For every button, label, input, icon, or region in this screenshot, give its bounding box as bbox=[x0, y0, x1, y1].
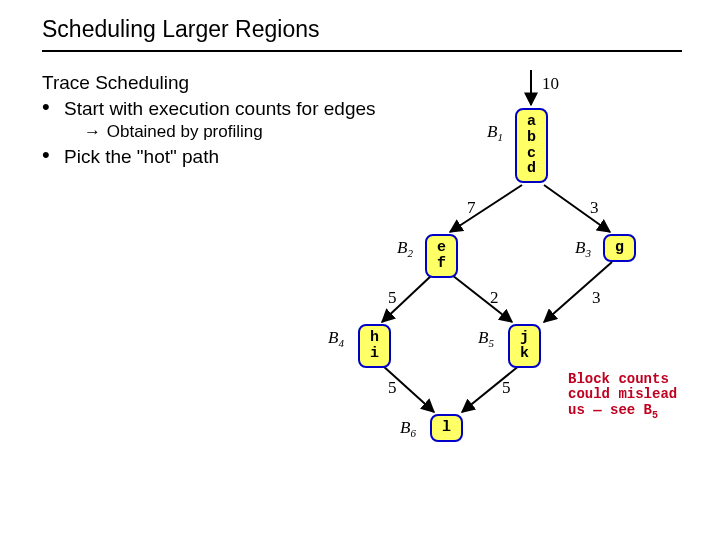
note-text: Block counts could mislead us — see B5 bbox=[568, 372, 677, 421]
node-line: j bbox=[520, 330, 529, 346]
weight-b4-b6: 5 bbox=[388, 378, 397, 398]
node-line: g bbox=[615, 240, 624, 256]
node-line: a bbox=[527, 114, 536, 130]
node-line: e bbox=[437, 240, 446, 256]
weight-b1-b2: 7 bbox=[467, 198, 476, 218]
node-line: k bbox=[520, 346, 529, 362]
node-line: i bbox=[370, 346, 379, 362]
weight-b2-b4: 5 bbox=[388, 288, 397, 308]
note-line: Block counts bbox=[568, 372, 677, 387]
block-label-b3: B3 bbox=[575, 238, 591, 259]
node-b1: a b c d bbox=[515, 108, 548, 183]
node-line: l bbox=[442, 420, 451, 436]
node-line: c bbox=[527, 146, 536, 162]
node-line: h bbox=[370, 330, 379, 346]
node-b5: j k bbox=[508, 324, 541, 368]
weight-b2-b5: 2 bbox=[490, 288, 499, 308]
node-line: f bbox=[437, 256, 446, 272]
note-line: us — see B5 bbox=[568, 403, 677, 421]
svg-line-5 bbox=[544, 262, 612, 322]
block-label-b4: B4 bbox=[328, 328, 344, 349]
svg-line-1 bbox=[450, 185, 522, 232]
node-b6: l bbox=[430, 414, 463, 442]
weight-entry: 10 bbox=[542, 74, 559, 94]
node-b2: e f bbox=[425, 234, 458, 278]
svg-line-7 bbox=[462, 365, 520, 412]
weight-b5-b6: 5 bbox=[502, 378, 511, 398]
node-line: b bbox=[527, 130, 536, 146]
block-label-b2: B2 bbox=[397, 238, 413, 259]
node-b3: g bbox=[603, 234, 636, 262]
svg-line-2 bbox=[544, 185, 610, 232]
edges bbox=[0, 0, 720, 540]
diagram: B1 a b c d B2 e f B3 g B4 h i B5 j k B6 … bbox=[0, 0, 720, 540]
block-label-b1: B1 bbox=[487, 122, 503, 143]
svg-line-4 bbox=[452, 275, 512, 322]
node-b4: h i bbox=[358, 324, 391, 368]
node-line: d bbox=[527, 161, 536, 177]
block-label-b5: B5 bbox=[478, 328, 494, 349]
note-line: could mislead bbox=[568, 387, 677, 402]
weight-b3-b5: 3 bbox=[592, 288, 601, 308]
block-label-b6: B6 bbox=[400, 418, 416, 439]
weight-b1-b3: 3 bbox=[590, 198, 599, 218]
